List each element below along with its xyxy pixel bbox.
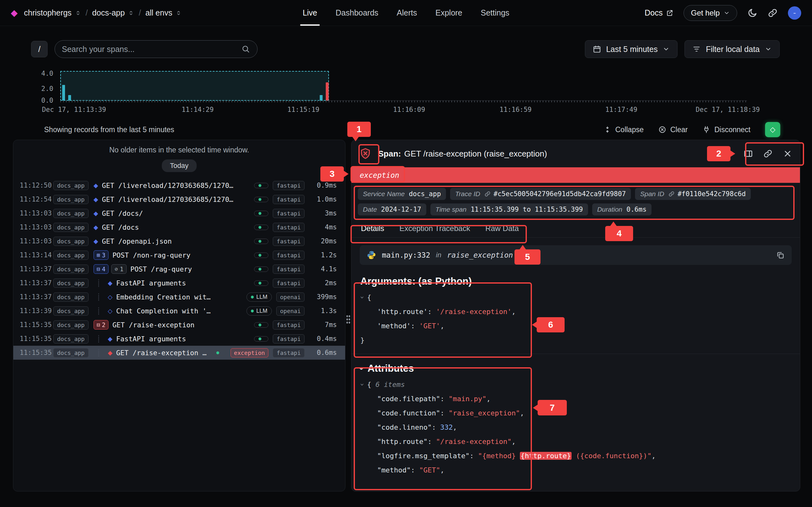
dark-mode-moon-icon[interactable] <box>747 8 757 18</box>
disconnect-plug-icon <box>702 125 711 134</box>
avatar[interactable]: - <box>788 6 801 20</box>
histogram-bar <box>326 82 328 101</box>
span-kind-icon: ◆ <box>94 238 98 245</box>
attributes-title[interactable]: ›Attributes <box>360 363 791 374</box>
timeline-chart: 4.02.00.0 Dec 17, 11:13:3911:14:2911:15:… <box>0 71 812 113</box>
code-location-bar: main.py:332 in raise_exception <box>360 245 792 265</box>
llm-dot-icon <box>258 212 261 215</box>
histogram-bar <box>320 95 322 101</box>
span-kind-icon: ◆ <box>94 224 98 231</box>
get-help-button[interactable]: Get help <box>683 5 737 21</box>
docs-link[interactable]: Docs <box>645 8 673 17</box>
panel-resize-handle[interactable] <box>346 315 351 324</box>
span-row[interactable]: 11:13:37 docs_app ◇ Embedding Creation w… <box>13 290 345 304</box>
span-detail-panel: Span:GET /raise-exception (raise_excepti… <box>351 140 800 492</box>
detail-tabs: DetailsException TracebackRaw Data <box>351 219 800 238</box>
span-duration: 1.2s <box>309 251 337 259</box>
time-range-label: Last 5 minutes <box>606 45 658 54</box>
code-line: "code.lineno": 332, <box>360 420 791 435</box>
detail-tab-raw-data[interactable]: Raw Data <box>485 224 519 233</box>
span-time: 11:12:50 <box>20 181 53 189</box>
detail-tab-details[interactable]: Details <box>361 224 384 233</box>
child-count-badge[interactable]: ⊟4 <box>94 264 109 274</box>
live-indicator-button[interactable]: ◇ <box>765 122 780 137</box>
panel-toggle-icon[interactable] <box>744 149 753 158</box>
span-name: Embedding Creation wit… <box>116 293 211 301</box>
span-row[interactable]: 11:13:39 docs_app ◇ Chat Completion with… <box>13 304 345 318</box>
app-pill: docs_app <box>53 334 89 343</box>
copy-icon[interactable] <box>776 250 785 260</box>
span-row[interactable]: 11:15:35 docs_app ◆ GET /raise-exception… <box>13 346 345 360</box>
breadcrumb-project[interactable]: docs-app <box>92 8 135 17</box>
span-row[interactable]: 11:13:14 docs_app ⊞3 POST /non-rag-query… <box>13 248 345 262</box>
span-icon-area: ◇ <box>94 307 113 315</box>
span-time: 11:13:03 <box>20 237 53 245</box>
span-list-panel: No older items in the selected time wind… <box>13 140 345 492</box>
link-icon[interactable] <box>668 191 675 197</box>
code-line: ›{ 6 items <box>360 377 791 392</box>
disconnect-label: Disconnect <box>714 125 751 134</box>
attributes-title-text: Attributes <box>368 363 414 374</box>
updown-chevron-icon <box>175 10 182 16</box>
app-pill: docs_app <box>53 223 89 232</box>
span-name: GET /livereload/1270363685/1270… <box>102 195 233 204</box>
nav-tab-dashboards[interactable]: Dashboards <box>336 0 378 26</box>
python-icon <box>367 250 376 260</box>
copy-link-icon[interactable] <box>763 149 773 158</box>
span-row[interactable]: 11:15:35 docs_app ⊟2 GET /raise-exceptio… <box>13 318 345 332</box>
span-row[interactable]: 11:12:54 docs_app ◆ GET /livereload/1270… <box>13 192 345 206</box>
link-icon[interactable] <box>484 191 491 197</box>
service-pill: openai <box>276 306 305 316</box>
span-row[interactable]: 11:12:50 docs_app ◆ GET /livereload/1270… <box>13 178 345 192</box>
clear-button[interactable]: Clear <box>658 125 688 134</box>
span-duration: 399ms <box>309 293 337 301</box>
llm-badge: LLM <box>247 306 272 316</box>
app-pill: docs_app <box>53 250 89 260</box>
nav-tab-settings[interactable]: Settings <box>481 0 509 26</box>
nav-tab-alerts[interactable]: Alerts <box>397 0 417 26</box>
chevron-down-icon <box>765 46 772 53</box>
close-icon[interactable] <box>783 149 792 158</box>
span-kind-icon: ◇ <box>108 293 113 301</box>
logfire-logo-icon: ◆ <box>11 8 18 18</box>
nav-tab-explore[interactable]: Explore <box>436 0 462 26</box>
llm-badge <box>254 211 268 216</box>
breadcrumb-org[interactable]: christophergs <box>24 8 81 17</box>
span-time: 11:13:37 <box>20 279 53 287</box>
share-link-icon[interactable] <box>768 8 778 18</box>
pill-value: docs_app <box>409 190 441 198</box>
app-pill: docs_app <box>53 195 89 204</box>
service-pill: openai <box>276 292 305 302</box>
llm-badge <box>212 350 226 355</box>
code-line: } <box>360 333 791 347</box>
filter-local-data-button[interactable]: Filter local data <box>684 40 780 58</box>
code-line: "logfire.msg_template": "{method} {http.… <box>360 449 791 463</box>
span-row[interactable]: 11:13:37 docs_app ◆ FastAPI arguments fa… <box>13 276 345 290</box>
disconnect-button[interactable]: Disconnect <box>702 125 751 134</box>
nav-tab-live[interactable]: Live <box>303 0 317 26</box>
span-label: Span: <box>378 149 401 158</box>
llm-dot-icon <box>258 268 261 271</box>
detail-tab-exception-traceback[interactable]: Exception Traceback <box>399 224 470 233</box>
breadcrumb-env[interactable]: all envs <box>145 8 182 17</box>
span-kind-icon: ◆ <box>108 279 113 287</box>
child-count-badge[interactable]: ⊞3 <box>94 250 109 260</box>
llm-dot-icon <box>258 324 261 326</box>
span-row[interactable]: 11:13:03 docs_app ◆ GET /docs/ fastapi 3… <box>13 206 345 220</box>
span-row[interactable]: 11:15:35 docs_app ◆ FastAPI arguments fa… <box>13 332 345 346</box>
span-row[interactable]: 11:13:37 docs_app ⊟4⊘1 POST /rag-query f… <box>13 262 345 276</box>
app-pill: docs_app <box>53 292 89 302</box>
collapse-button[interactable]: Collapse <box>603 125 644 134</box>
time-range-button[interactable]: Last 5 minutes <box>585 40 678 58</box>
search-input[interactable] <box>62 45 237 54</box>
child-count-badge[interactable]: ⊘1 <box>111 264 126 274</box>
span-time: 11:15:35 <box>20 321 53 329</box>
time-selection-region[interactable] <box>60 71 329 101</box>
today-button[interactable]: Today <box>162 159 197 172</box>
span-row[interactable]: 11:13:03 docs_app ◆ GET /openapi.json fa… <box>13 234 345 248</box>
child-count-badge[interactable]: ⊟2 <box>94 320 109 330</box>
llm-dot-icon <box>258 184 261 187</box>
llm-dot-icon <box>251 309 254 313</box>
span-row[interactable]: 11:13:03 docs_app ◆ GET /docs fastapi 4m… <box>13 220 345 234</box>
service-pill: fastapi <box>273 237 305 246</box>
